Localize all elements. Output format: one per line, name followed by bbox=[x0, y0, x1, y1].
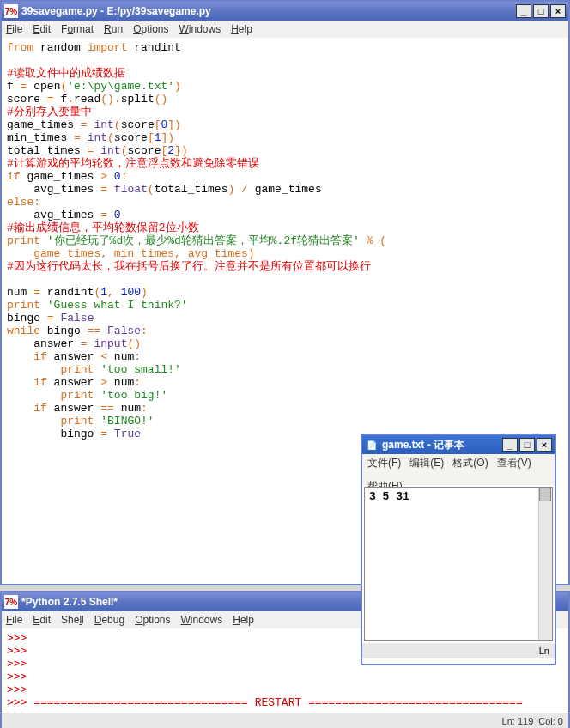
editor-title: 39savegame.py - E:/py/39savegame.py bbox=[21, 5, 516, 17]
status-col: Col: 0 bbox=[538, 716, 563, 726]
menu-help[interactable]: Help bbox=[233, 614, 254, 626]
menu-windows[interactable]: Windows bbox=[179, 23, 221, 35]
notepad-icon: 📄 bbox=[365, 438, 379, 452]
scroll-thumb[interactable] bbox=[539, 488, 551, 501]
editor-titlebar[interactable]: 7% 39savegame.py - E:/py/39savegame.py _… bbox=[2, 2, 568, 21]
notepad-menubar: 文件(F) 编辑(E) 格式(O) 查看(V) 帮助(H) bbox=[362, 454, 555, 485]
maximize-button[interactable]: □ bbox=[533, 4, 549, 18]
idle-icon: 7% bbox=[4, 4, 18, 18]
menu-run[interactable]: Run bbox=[104, 23, 123, 35]
notepad-title: game.txt - 记事本 bbox=[382, 438, 502, 452]
maximize-button[interactable]: □ bbox=[519, 438, 535, 452]
notepad-content: 3 5 31 bbox=[369, 490, 409, 503]
menu-view[interactable]: 查看(V) bbox=[497, 456, 531, 470]
editor-menubar: File Edit Format Run Options Windows Hel… bbox=[2, 21, 568, 38]
menu-file[interactable]: 文件(F) bbox=[367, 456, 401, 470]
minimize-button[interactable]: _ bbox=[502, 438, 518, 452]
close-button[interactable]: × bbox=[550, 4, 566, 18]
window-controls: _ □ × bbox=[516, 4, 566, 18]
status-ln: Ln bbox=[539, 646, 549, 656]
menu-options[interactable]: Options bbox=[133, 23, 168, 35]
menu-debug[interactable]: Debug bbox=[94, 614, 124, 626]
menu-help[interactable]: Help bbox=[231, 23, 252, 35]
status-line: Ln: 119 bbox=[502, 716, 534, 726]
menu-edit[interactable]: Edit bbox=[33, 614, 51, 626]
notepad-titlebar[interactable]: 📄 game.txt - 记事本 _ □ × bbox=[362, 435, 555, 454]
menu-format[interactable]: Format bbox=[61, 23, 94, 35]
notepad-window: 📄 game.txt - 记事本 _ □ × 文件(F) 编辑(E) 格式(O)… bbox=[361, 434, 556, 665]
menu-edit[interactable]: Edit bbox=[33, 23, 51, 35]
notepad-statusbar: Ln bbox=[362, 643, 555, 658]
window-controls: _ □ × bbox=[502, 438, 552, 452]
menu-file[interactable]: File bbox=[6, 614, 22, 626]
scrollbar[interactable] bbox=[538, 488, 552, 640]
close-button[interactable]: × bbox=[537, 438, 552, 452]
menu-format[interactable]: 格式(O) bbox=[452, 456, 488, 470]
menu-file[interactable]: File bbox=[6, 23, 22, 35]
shell-statusbar: Ln: 119 Col: 0 bbox=[2, 713, 568, 728]
notepad-textarea[interactable]: 3 5 31 bbox=[364, 487, 553, 641]
minimize-button[interactable]: _ bbox=[516, 4, 531, 18]
idle-icon: 7% bbox=[4, 595, 18, 609]
menu-options[interactable]: Options bbox=[135, 614, 170, 626]
menu-edit[interactable]: 编辑(E) bbox=[409, 456, 444, 470]
menu-shell[interactable]: Shell bbox=[61, 614, 84, 626]
menu-windows[interactable]: Windows bbox=[181, 614, 223, 626]
